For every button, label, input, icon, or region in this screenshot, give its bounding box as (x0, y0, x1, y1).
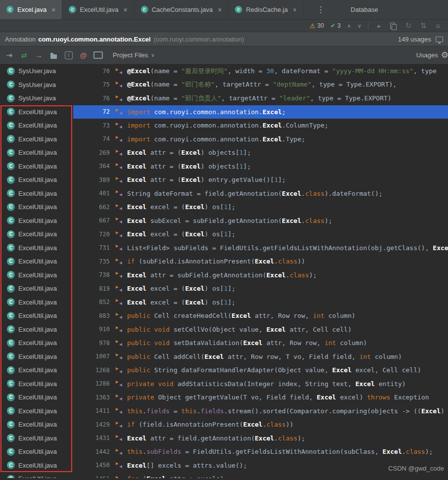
file-name: ExcelUtil.java (18, 203, 57, 211)
info-icon[interactable] (62, 49, 75, 61)
usage-file: CExcelUtil.java (0, 203, 73, 211)
usage-row[interactable]: CExcelUtil.java819Excel excel = (Excel) … (0, 282, 448, 296)
usage-file: CExcelUtil.java (0, 298, 73, 306)
tab-database[interactable]: Database (344, 0, 385, 19)
usage-row[interactable]: CExcelUtil.java389Excel attr = (Excel) e… (0, 173, 448, 187)
usage-row[interactable]: CSysUser.java70@Excel(name = "最后登录时间", w… (0, 64, 448, 78)
class-icon: C (7, 407, 15, 415)
sort-icon[interactable]: ⇅ (419, 21, 427, 30)
usage-row[interactable]: CExcelUtil.java978public void setDataVal… (0, 336, 448, 350)
editor-tab-excel-java[interactable]: CExcel.java× (0, 0, 62, 19)
file-name: ExcelUtil.java (18, 149, 57, 156)
usage-file: CExcelUtil.java (0, 434, 73, 442)
usage-row[interactable]: CExcelUtil.java401String dateFormat = fi… (0, 187, 448, 201)
usage-type-icon (116, 272, 122, 278)
usage-row[interactable]: CExcelUtil.java74import com.ruoyi.common… (0, 132, 448, 146)
usage-type-icon (116, 435, 122, 441)
ok-widget[interactable]: ✔ 3 (330, 22, 341, 29)
usage-code-cell: 401String dateFormat = field.getAnnotati… (73, 187, 448, 201)
usage-row[interactable]: CExcelUtil.java883public Cell createHead… (0, 309, 448, 323)
scope-label: Project Files (113, 51, 148, 59)
usage-row[interactable]: CExcelUtil.java662Excel excel = (Excel) … (0, 200, 448, 214)
usage-row[interactable]: CExcelUtil.java269Excel attr = (Excel) o… (0, 146, 448, 160)
copy-icon[interactable] (390, 22, 398, 30)
add-icon[interactable]: + (375, 22, 383, 30)
dock-pin-icon[interactable]: ⇥ (3, 49, 15, 61)
usage-code-cell: 76@Excel(name = "部门负责人", targetAttr = "l… (73, 91, 448, 105)
usage-code: this.subFields = FieldUtils.getFieldsLis… (127, 448, 433, 455)
usage-type-icon (116, 408, 122, 414)
usage-row[interactable]: CExcelUtil.java1363private Object getTar… (0, 391, 448, 404)
usage-row[interactable]: CExcelUtil.java720Excel excel = (Excel) … (0, 227, 448, 241)
file-name: ExcelUtil.java (18, 135, 57, 143)
class-icon: C (7, 244, 15, 252)
usage-code-cell: 738Excel attr = subField.getAnnotation(E… (73, 268, 448, 282)
line-number: 1411 (73, 407, 110, 414)
next-problem-icon[interactable]: ∨ (358, 23, 361, 29)
usage-row[interactable]: CExcelUtil.java1442this.subFields = Fiel… (0, 445, 448, 459)
warnings-widget[interactable]: ⚠ 30 (310, 22, 324, 30)
usage-row[interactable]: CExcelUtil.java1431Excel attr = field.ge… (0, 432, 448, 445)
navigate-icon[interactable]: → (33, 49, 45, 61)
usage-file: CExcelUtil.java (0, 135, 73, 143)
hidden-tabs-icon[interactable]: ⋮ (311, 0, 331, 19)
usage-row[interactable]: CSysUser.java76@Excel(name = "部门负责人", ta… (0, 91, 448, 105)
usage-row[interactable]: CExcelUtil.java364Excel attr = (Excel) o… (0, 160, 448, 174)
usage-code-cell: 1007public Cell addCell(Excel attr, Row … (73, 350, 448, 364)
usage-row[interactable]: CExcelUtil.java1411this.fields = this.fi… (0, 404, 448, 418)
close-icon[interactable]: × (218, 6, 222, 14)
usage-file: CExcelUtil.java (0, 312, 73, 320)
usage-row[interactable]: CExcelUtil.java910public void setCellVo(… (0, 323, 448, 337)
prev-problem-icon[interactable]: ∧ (347, 23, 351, 29)
line-number: 1450 (73, 462, 110, 469)
refresh-icon[interactable]: ↻ (404, 21, 412, 30)
usage-row[interactable]: CExcelUtil.java1007public Cell addCell(E… (0, 350, 448, 364)
usage-file: CExcelUtil.java (0, 380, 73, 388)
file-name: ExcelUtil.java (18, 285, 57, 292)
usage-type-icon (116, 462, 122, 468)
close-icon[interactable]: × (123, 6, 127, 14)
usage-row[interactable]: CExcelUtil.java735if (subField.isAnnotat… (0, 255, 448, 268)
rerun-icon[interactable]: ⇄ (18, 49, 30, 61)
class-icon: C (7, 285, 15, 293)
class-icon: C (7, 461, 15, 469)
usage-row[interactable]: CExcelUtil.java738Excel attr = subField.… (0, 268, 448, 282)
usage-row[interactable]: CSysUser.java75@Excel(name = "部门名称", tar… (0, 78, 448, 92)
class-icon: C (7, 217, 15, 224)
more-icon[interactable]: ≡ (434, 22, 442, 30)
editor-tab-rediscache-ja[interactable]: CRedisCache.ja∨ (228, 0, 304, 19)
usage-row[interactable]: CExcelUtil.java852Excel excel = (Excel) … (0, 296, 448, 309)
usages-count: 149 usages (398, 36, 431, 43)
chevron-down-icon[interactable]: ∨ (293, 6, 297, 13)
line-number: 1268 (73, 367, 110, 374)
usage-code: Excel excel = (Excel) os[1]; (127, 230, 235, 238)
class-icon: C (7, 122, 15, 130)
usage-type-icon (116, 163, 122, 169)
usage-code: @Excel(name = "部门名称", targetAttr = "dept… (127, 80, 397, 89)
preview-icon[interactable] (92, 49, 104, 61)
scope-folder-icon[interactable] (47, 49, 60, 61)
scope-selector[interactable]: Project Files ∨ (113, 51, 155, 59)
usage-row[interactable]: CExcelUtil.java1451for (Excel attr : exc… (0, 472, 448, 478)
usage-row[interactable]: CExcelUtil.java1268public String dataFor… (0, 363, 448, 377)
usage-row[interactable]: CExcelUtil.java72import com.ruoyi.common… (0, 105, 448, 119)
usage-row[interactable]: CExcelUtil.java1429if (field.isAnnotatio… (0, 418, 448, 432)
warning-count: 30 (317, 22, 324, 29)
open-in-window-icon[interactable] (436, 37, 443, 42)
usage-row[interactable]: CExcelUtil.java1450Excel[] excels = attr… (0, 459, 448, 473)
usage-row[interactable]: CExcelUtil.java1286private void addStati… (0, 377, 448, 391)
usage-type-icon (116, 326, 122, 332)
usage-row[interactable]: CExcelUtil.java731List<Field> subFields … (0, 241, 448, 255)
editor-tab-excelutil-java[interactable]: CExcelUtil.java× (62, 0, 134, 19)
gear-icon[interactable]: ⚙ (441, 50, 448, 60)
usage-type-icon (116, 177, 122, 183)
usage-code: if (field.isAnnotationPresent(Excel.clas… (127, 421, 294, 428)
usage-code-cell: 1286private void addStatisticsData(Integ… (73, 377, 448, 391)
editor-tab-bar: CExcel.java×CExcelUtil.java×CCacheConsta… (0, 0, 448, 20)
usage-row[interactable]: CExcelUtil.java73import com.ruoyi.common… (0, 119, 448, 132)
usage-row[interactable]: CExcelUtil.java667Excel subExcel = subFi… (0, 214, 448, 228)
close-icon[interactable]: × (51, 6, 55, 14)
line-number: 731 (73, 244, 110, 251)
annotation-icon[interactable]: @ (77, 49, 90, 61)
editor-tab-cacheconstants-java[interactable]: CCacheConstants.java× (134, 0, 229, 19)
